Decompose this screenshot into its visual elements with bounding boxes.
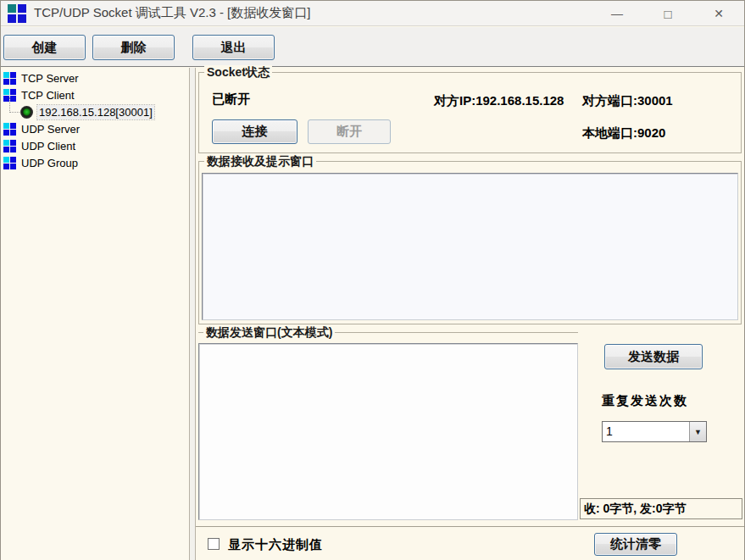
app-icon <box>8 4 26 23</box>
tree-item-udp-server[interactable]: UDP Server <box>1 120 80 137</box>
socket-status-group: Socket状态 已断开 对方IP:192.168.15.128 对方端口:30… <box>198 72 742 153</box>
repeat-count-select[interactable]: 1 ▼ <box>602 421 707 442</box>
hex-display-checkbox[interactable] <box>208 538 220 550</box>
socket-type-icon <box>3 123 16 136</box>
connection-state-text: 已断开 <box>212 91 250 108</box>
maximize-icon[interactable]: □ <box>642 1 693 26</box>
connection-led-icon <box>20 106 33 119</box>
send-data-input[interactable] <box>198 343 578 520</box>
tree-item-label: UDP Server <box>21 123 80 136</box>
peer-port-text: 对方端口:30001 <box>582 93 673 109</box>
window-controls: — □ ✕ <box>592 1 744 26</box>
toolbar: 创建 删除 退出 <box>1 27 744 67</box>
socket-type-icon <box>3 72 16 85</box>
connection-tree: TCP Server TCP Client 192.168.15.128[300… <box>1 68 189 560</box>
receive-window-legend: 数据接收及提示窗口 <box>204 154 316 169</box>
send-window-group: 数据发送窗口(文本模式) <box>198 332 578 521</box>
title-bar: TCP/UDP Socket 调试工具 V2.3 - [数据收发窗口] — □ … <box>1 1 744 26</box>
clear-stats-button[interactable]: 统计清零 <box>594 533 677 556</box>
send-data-button[interactable]: 发送数据 <box>604 344 703 369</box>
tree-item-label: TCP Client <box>21 89 75 102</box>
minimize-icon[interactable]: — <box>592 1 642 26</box>
receive-data-area[interactable] <box>202 173 738 320</box>
send-controls: 发送数据 重复发送次数 1 ▼ 收: 0字节, 发:0字节 <box>580 332 742 521</box>
app-window: TCP/UDP Socket 调试工具 V2.3 - [数据收发窗口] — □ … <box>0 0 745 560</box>
disconnect-button[interactable]: 断开 <box>308 119 391 144</box>
main-area: TCP Server TCP Client 192.168.15.128[300… <box>1 68 744 560</box>
tree-item-udp-group[interactable]: UDP Group <box>1 154 78 171</box>
receive-window-group: 数据接收及提示窗口 <box>198 161 742 324</box>
hex-display-label: 显示十六进制值 <box>228 537 323 553</box>
socket-status-legend: Socket状态 <box>204 65 272 80</box>
tree-item-label: UDP Client <box>21 140 75 152</box>
repeat-count-label: 重复发送次数 <box>602 393 688 409</box>
bottom-bar: 显示十六进制值 统计清零 <box>196 526 744 560</box>
tree-item-label: TCP Server <box>21 72 79 85</box>
tree-item-tcp-client-connection[interactable]: 192.168.15.128[30001] <box>1 103 154 120</box>
tree-item-label: 192.168.15.128[30001] <box>37 105 154 119</box>
window-title: TCP/UDP Socket 调试工具 V2.3 - [数据收发窗口] <box>34 5 310 21</box>
tree-branch-line <box>9 97 19 113</box>
tree-item-label: UDP Group <box>21 157 78 169</box>
panel-splitter[interactable] <box>189 68 196 560</box>
peer-ip-text: 对方IP:192.168.15.128 <box>434 93 564 109</box>
socket-type-icon <box>3 140 16 152</box>
local-port-text: 本地端口:9020 <box>582 125 665 141</box>
tree-item-tcp-server[interactable]: TCP Server <box>1 69 79 86</box>
delete-button[interactable]: 删除 <box>92 35 175 60</box>
send-window-legend: 数据发送窗口(文本模式) <box>203 325 335 341</box>
connect-button[interactable]: 连接 <box>212 119 297 144</box>
socket-type-icon <box>3 157 16 169</box>
chevron-down-icon[interactable]: ▼ <box>689 422 706 441</box>
exit-button[interactable]: 退出 <box>192 35 275 60</box>
close-icon[interactable]: ✕ <box>693 1 744 26</box>
create-button[interactable]: 创建 <box>3 35 86 60</box>
data-exchange-panel: Socket状态 已断开 对方IP:192.168.15.128 对方端口:30… <box>196 68 744 560</box>
byte-counter-status: 收: 0字节, 发:0字节 <box>580 498 742 519</box>
repeat-count-value: 1 <box>603 422 689 441</box>
tree-item-udp-client[interactable]: UDP Client <box>1 137 75 154</box>
